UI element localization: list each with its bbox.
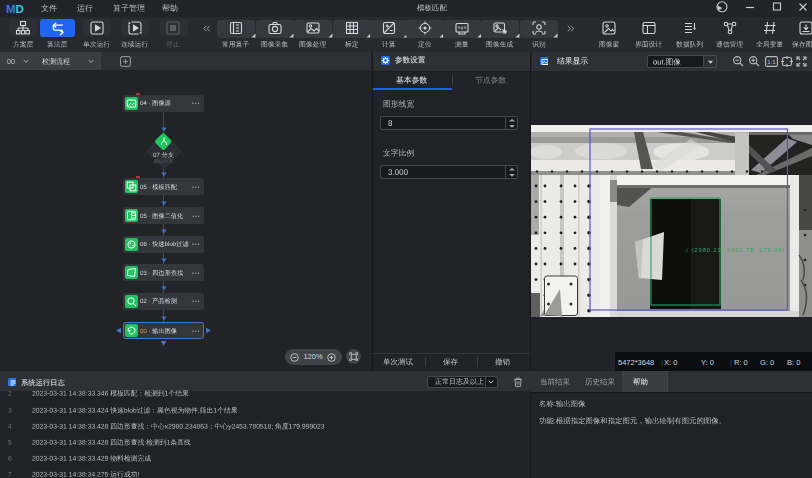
svg-text:√ (2980.23, 2453.78, 179.99): √ (2980.23, 2453.78, 179.99) <box>685 247 785 253</box>
svg-text:MD: MD <box>6 3 24 15</box>
svg-text:1:1: 1:1 <box>767 59 776 65</box>
